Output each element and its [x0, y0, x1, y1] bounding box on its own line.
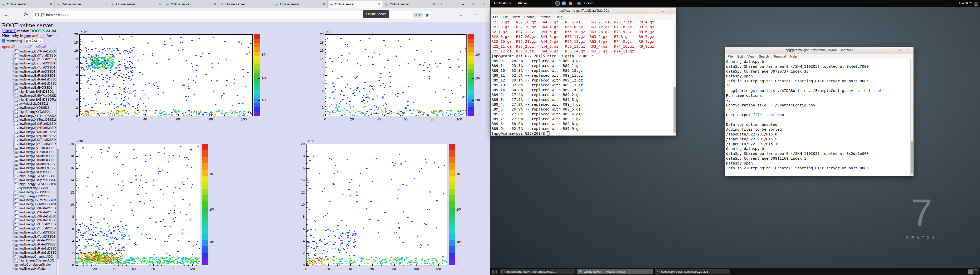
- clear-link[interactable]: clear: [49, 45, 58, 49]
- workspace-switcher[interactable]: [968, 269, 978, 274]
- shield-icon[interactable]: [35, 13, 39, 17]
- browser-tab[interactable]: Online server×: [328, 0, 383, 8]
- tree-item[interactable]: lowEnergyXYTotalDSSD3: [0, 202, 57, 206]
- tree-item[interactable]: lowEnergyExXTotalDSSD1: [0, 54, 57, 58]
- terminal-scrollbar[interactable]: [673, 20, 676, 136]
- tree-item[interactable]: lowEnergyExEyPairDSSD2: [0, 94, 57, 98]
- tree-item[interactable]: lowEnergyExRateDSSD1: [0, 74, 57, 77]
- menu-item-file[interactable]: File: [725, 55, 735, 58]
- plot-frame[interactable]: [325, 34, 466, 116]
- tree-item[interactable]: lowEnergyExXTotalDSSD3: [0, 222, 57, 226]
- tree-item[interactable]: deltaCorrelationScaler: [0, 262, 57, 267]
- menu-item-search[interactable]: Search: [522, 15, 537, 19]
- menu-item-search[interactable]: Search: [757, 55, 772, 58]
- tree-item[interactable]: lowEnergyExXTotalDSSD2: [0, 138, 57, 142]
- browser-tab[interactable]: Online server×: [273, 0, 328, 8]
- applications-menu[interactable]: Applications: [490, 0, 514, 7]
- window-minimize-button[interactable]: –: [460, 1, 467, 7]
- tab-close-icon[interactable]: ×: [322, 2, 326, 6]
- forward-button[interactable]: →: [12, 11, 20, 19]
- tree-item[interactable]: lowEnergyExRate1sDSSD2: [0, 166, 57, 170]
- tree-item[interactable]: highEnergyExEyDSSD3: [0, 174, 57, 178]
- panel-clock[interactable]: Tue 01:21: [959, 0, 973, 7]
- menu-item-help[interactable]: Help: [788, 55, 799, 58]
- firefox-tray-icon[interactable]: [569, 2, 573, 5]
- tree-item[interactable]: lowEnergyEyYRate1sDSSD1: [0, 49, 57, 54]
- panel-status-icon[interactable]: [974, 2, 978, 6]
- terminal-window-buttons[interactable]: – □ ×: [654, 8, 675, 14]
- menu-item-help[interactable]: Help: [553, 15, 565, 19]
- tree-item[interactable]: lowEnergyExRateDSSD2: [0, 158, 57, 162]
- tree-item[interactable]: xyMultiplicityDSSD2: [0, 101, 57, 106]
- tree-item[interactable]: lowEnergyExEyPairDSSD3: [0, 178, 57, 182]
- tree-item[interactable]: lowEnergyXYDSSD3: [0, 190, 57, 194]
- tree-item[interactable]: lowEnergyXYRateDSSD3: [0, 198, 57, 202]
- jsroot-link[interactable]: JSROOT: [2, 29, 16, 33]
- workspace-2[interactable]: [973, 270, 978, 274]
- back-button[interactable]: ←: [3, 11, 10, 19]
- terminal-scrollbar-thumb[interactable]: [911, 141, 913, 174]
- terminal-launcher-icon[interactable]: [555, 1, 560, 6]
- taskbar-button[interactable]: Online server — Mozilla Firefox: [577, 269, 653, 274]
- tree-item[interactable]: highEnergyXYDSSD3: [0, 194, 57, 198]
- tree-item[interactable]: lowEnergyEyTotalDSSD2: [0, 146, 57, 150]
- tree-item[interactable]: lowEnergyEyYTotalDSSD1: [0, 58, 57, 62]
- close-all-link[interactable]: close all: [19, 45, 32, 49]
- tree-item[interactable]: lowEnergyEyYTotalDSSD2: [0, 142, 57, 146]
- tree-item[interactable]: highEnergyChannelADC: [0, 258, 57, 262]
- menu-item-edit[interactable]: Edit: [501, 15, 511, 19]
- monitoring-checkbox[interactable]: ✓: [2, 39, 5, 43]
- tree-item[interactable]: lowEnergyExRate1sDSSD1: [0, 82, 57, 85]
- focused-app-icon[interactable]: [577, 2, 581, 5]
- zoom-level-badge[interactable]: 90%: [413, 13, 423, 17]
- focused-app-menu[interactable]: Firefox: [582, 0, 597, 7]
- sidebar-scrollbar[interactable]: [56, 49, 59, 275]
- window-maximize-button[interactable]: □: [469, 1, 477, 7]
- menu-item-terminal[interactable]: Terminal: [537, 15, 553, 19]
- tree-item[interactable]: lowEnergyExTotalDSSD1: [0, 65, 57, 70]
- tree-item[interactable]: lowEnergyEyRateDSSD2: [0, 154, 57, 158]
- plot-frame[interactable]: [76, 144, 200, 266]
- reload-link[interactable]: reload: [36, 45, 46, 49]
- url-text[interactable]: localhost:8085: [46, 13, 413, 17]
- tree-item[interactable]: lowEnergyExTotalDSSD2: [0, 150, 57, 154]
- terminal-titlebar[interactable]: npg@carme-gsi:~/Programs/CARME_Sort/buil…: [725, 47, 913, 54]
- hamburger-menu-icon[interactable]: ≡: [472, 11, 479, 19]
- menu-item-view[interactable]: View: [745, 55, 757, 58]
- tab-close-icon[interactable]: ×: [268, 2, 271, 6]
- scrollbar-thumb[interactable]: [57, 149, 59, 259]
- tab-close-icon[interactable]: ×: [377, 2, 381, 6]
- tab-close-icon[interactable]: ×: [213, 2, 217, 6]
- tree-item[interactable]: lowEnergyEyRateDSSD3: [0, 238, 57, 242]
- layout-select[interactable]: grid 2x2⌄: [24, 38, 43, 43]
- tree-item[interactable]: lowEnergyEyTotalDSSD3: [0, 231, 57, 234]
- terminal-scrollbar-thumb[interactable]: [673, 87, 676, 133]
- browser-tab[interactable]: Online server×: [55, 0, 109, 8]
- terminal-content[interactable]: Opening dataspy 0dataSpy Shared buffer a…: [725, 59, 911, 176]
- terminal-content[interactable]: R21_8.gz R37_18.gz R44_3.gz R5_5.gz R63_…: [491, 20, 673, 136]
- taskbar-button[interactable]: >npg@carme-gsi:/TapeData/G22-201: [654, 269, 730, 274]
- tree-item[interactable]: lowEnergyXYTotalDSSD2: [0, 118, 57, 122]
- browser-tab[interactable]: Online server×: [0, 0, 55, 8]
- overflow-chevrons-icon[interactable]: »: [457, 11, 465, 19]
- tree-item[interactable]: lowEnergyExEyDSSD2: [0, 85, 57, 90]
- reload-button[interactable]: ⟳: [22, 11, 30, 19]
- json-link[interactable]: json: [24, 34, 31, 38]
- tree-item[interactable]: lowEnergyExRateDSSD3: [0, 242, 57, 247]
- tree-item[interactable]: highEnergyExEyDSSDPair2: [0, 98, 57, 102]
- menu-item-file[interactable]: File: [491, 15, 501, 19]
- xml-link[interactable]: xml: [40, 34, 46, 38]
- browser-tab[interactable]: Online server×: [218, 0, 273, 8]
- tree-item[interactable]: lowEnergyXYDSSD2: [0, 106, 57, 110]
- tree-item[interactable]: highEnergyExEyDSSD2: [0, 90, 57, 94]
- tree-item[interactable]: lowEnergyExXRateDSSD2: [0, 122, 57, 126]
- places-menu[interactable]: Places: [514, 0, 531, 7]
- terminal-titlebar[interactable]: npg@carme-gsi:/TapeData/G22-201– □ ×: [491, 8, 676, 14]
- menu-item-edit[interactable]: Edit: [735, 55, 745, 58]
- tree-item[interactable]: lowEnergyHitPattern: [0, 267, 57, 271]
- tree-item[interactable]: lowEnergyEyYRateDSSD2: [0, 126, 57, 130]
- tree-item[interactable]: lowEnergyEyRateDSSD1: [0, 70, 57, 74]
- taskbar-button[interactable]: >npg@carme-gsi:~/Programs/CARME...: [500, 269, 576, 274]
- tree-item[interactable]: lowEnergyEyYRate1sDSSD2: [0, 134, 57, 138]
- tree-item[interactable]: lowEnergyEyYRate1sDSSD3: [0, 218, 57, 222]
